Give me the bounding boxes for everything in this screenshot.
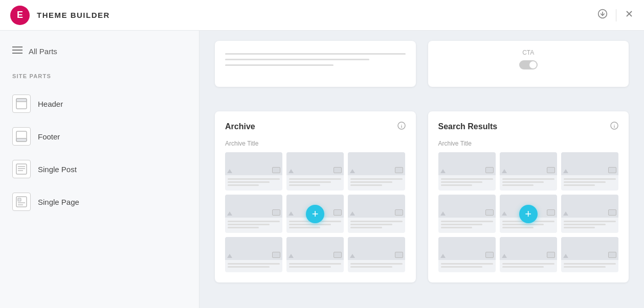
app-header: E THEME BUILDER [0,0,644,31]
cards-grid: Archive i Archive Title [215,111,629,282]
grid-item: + [500,195,557,233]
line [502,178,554,180]
content-area: CTA Archive [199,31,644,308]
all-parts-item[interactable]: All Parts [12,46,187,57]
line [441,266,483,268]
sidebar-item-single-post[interactable]: Single Post [12,155,187,183]
archive-add-button[interactable]: + [306,205,324,223]
elementor-logo: E [10,6,30,25]
line [350,181,392,183]
grid-item [500,237,557,272]
lines [286,260,344,272]
line [441,181,483,183]
search-results-info-icon[interactable]: i [610,122,618,132]
lines [348,175,405,191]
download-icon[interactable] [597,9,608,21]
thumb [500,237,557,260]
search-results-archive-label: Archive Title [438,140,619,147]
line [228,266,270,268]
lines [561,175,618,191]
sidebar: All Parts SITE PARTS Header Footer [0,31,199,308]
header-left: E THEME BUILDER [10,6,110,25]
search-results-add-button[interactable]: + [519,205,538,223]
line [502,227,534,228]
thumb [225,237,282,260]
grid-item [561,195,618,233]
lines [225,218,282,233]
search-results-card: Search Results i Archive Title [428,111,629,282]
grid-item [348,195,405,233]
close-icon[interactable] [625,9,634,21]
lines [225,175,282,191]
line [350,178,403,180]
single-page-item-icon [12,193,31,211]
line [502,184,534,186]
thumb [348,195,405,218]
line [441,184,472,186]
svg-rect-11 [16,164,27,174]
line [564,181,606,183]
sidebar-item-footer[interactable]: Footer [12,122,187,151]
header-actions [597,9,634,21]
line [350,221,403,222]
lines [438,260,496,272]
grid-item [438,195,496,233]
archive-card-header: Archive i [225,122,406,132]
line [564,263,616,265]
line [289,178,341,180]
line [441,221,493,222]
svg-text:i: i [614,124,615,129]
thumb [438,152,496,175]
grid-item [225,152,282,191]
grid-item [438,152,496,191]
line [289,263,341,265]
thumb [561,195,618,218]
line [228,224,270,225]
thumb [500,152,557,175]
line [441,224,483,225]
line [228,227,259,228]
thumb [438,195,496,218]
line [289,266,331,268]
archive-info-icon[interactable]: i [397,122,406,132]
scrollable-content: CTA Archive [215,41,629,308]
cta-toggle[interactable] [436,60,621,69]
grid-item: + [286,195,344,233]
grid-item [500,152,557,191]
svg-rect-8 [16,99,27,102]
line [350,263,403,265]
svg-rect-16 [18,198,21,201]
thumb [348,237,405,260]
grid-item [561,152,618,191]
header-divider [616,9,616,21]
lines [225,260,282,272]
line [564,227,595,228]
lines [286,175,344,191]
single-post-label: Single Post [38,165,77,174]
grid-item [286,152,344,191]
line [289,184,320,186]
lines [438,175,496,191]
lines [561,260,618,272]
line [350,224,392,225]
search-results-card-header: Search Results i [438,122,619,132]
toggle-track [519,60,538,69]
thumb [438,237,496,260]
archive-title: Archive [225,122,255,131]
top-partial-cards: CTA [215,41,629,99]
sidebar-item-single-page[interactable]: Single Page [12,187,187,216]
main-layout: All Parts SITE PARTS Header Footer [0,31,644,308]
grid-item [286,237,344,272]
line [564,224,606,225]
app-title: THEME BUILDER [37,11,110,19]
toggle-thumb [529,61,537,68]
thumb [561,237,618,260]
line [502,263,554,265]
svg-text:i: i [401,124,402,129]
line [228,184,259,186]
line [502,224,544,225]
site-parts-section-title: SITE PARTS [12,73,187,79]
line [228,181,270,183]
cta-label: CTA [436,49,621,56]
sidebar-item-header[interactable]: Header [12,89,187,118]
